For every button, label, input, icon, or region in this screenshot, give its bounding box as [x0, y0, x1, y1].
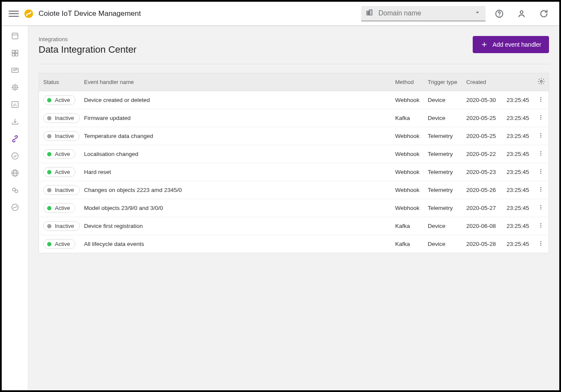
cell-method: Webhook [391, 199, 423, 217]
svg-point-27 [15, 190, 18, 193]
th-method[interactable]: Method [391, 73, 423, 91]
cell-trigger: Telemetry [423, 127, 462, 145]
row-menu-button[interactable] [533, 91, 549, 109]
table-row[interactable]: ActiveModel objects 23/9/0 and 3/0/0Webh… [39, 199, 549, 217]
sidebar-item-world[interactable] [2, 165, 28, 182]
cell-time: 23:25:45 [502, 145, 533, 163]
sidebar-item-analytics[interactable] [2, 96, 28, 113]
svg-point-49 [540, 207, 541, 208]
cell-time: 23:25:45 [502, 199, 533, 217]
svg-point-29 [540, 81, 543, 83]
add-button-label: Add event handler [492, 41, 541, 48]
th-settings[interactable] [533, 73, 549, 91]
sidebar-item-monitoring[interactable] [2, 62, 28, 79]
sidebar-item-devices[interactable] [2, 27, 28, 45]
status-dot-icon [47, 242, 51, 246]
account-button[interactable] [513, 5, 530, 22]
plus-icon [480, 41, 488, 48]
handlers-table: Status Event handler name Method Trigger… [39, 73, 549, 253]
status-badge: Active [43, 95, 75, 105]
row-menu-button[interactable] [533, 145, 549, 163]
status-label: Inactive [55, 223, 74, 229]
row-menu-button[interactable] [533, 217, 549, 235]
sidebar-item-admin[interactable] [2, 199, 28, 216]
th-status[interactable]: Status [39, 73, 80, 91]
cell-time: 23:25:45 [502, 217, 533, 235]
sidebar-item-tasks[interactable] [2, 147, 28, 165]
status-dot-icon [47, 134, 51, 138]
svg-point-3 [520, 11, 523, 13]
row-menu-button[interactable] [533, 199, 549, 217]
main-content: Integrations Data Integration Center Add… [28, 26, 559, 390]
status-label: Active [55, 169, 70, 175]
cell-time: 23:25:45 [502, 109, 533, 127]
menu-toggle[interactable] [9, 9, 19, 19]
status-badge: Inactive [43, 185, 80, 195]
row-menu-button[interactable] [533, 235, 549, 253]
svg-rect-6 [12, 50, 15, 53]
cell-name: Device first registration [80, 217, 391, 235]
cell-trigger: Telemetry [423, 163, 462, 181]
help-button[interactable] [491, 5, 508, 22]
row-menu-button[interactable] [533, 109, 549, 127]
status-dot-icon [47, 170, 51, 174]
sidebar-item-dashboard[interactable] [2, 45, 28, 62]
table-row[interactable]: ActiveHard resetWebhookTelemetry2020-05-… [39, 163, 549, 181]
cell-method: Webhook [391, 91, 423, 109]
cell-trigger: Device [423, 235, 462, 253]
svg-point-48 [540, 205, 541, 206]
svg-point-35 [540, 119, 541, 120]
svg-point-41 [540, 155, 541, 156]
more-vert-icon [537, 240, 544, 247]
svg-rect-11 [13, 85, 17, 90]
table-row[interactable]: ActiveDevice created or deletedWebhookDe… [39, 91, 549, 109]
svg-point-53 [540, 227, 541, 227]
th-trigger[interactable]: Trigger type [423, 73, 462, 91]
more-vert-icon [537, 132, 544, 139]
add-event-handler-button[interactable]: Add event handler [473, 36, 549, 53]
row-menu-button[interactable] [533, 163, 549, 181]
svg-point-47 [540, 191, 541, 192]
cell-method: Webhook [391, 181, 423, 199]
svg-point-31 [540, 99, 541, 100]
status-dot-icon [47, 206, 51, 210]
domain-select[interactable]: Domain name [361, 6, 486, 21]
table-row[interactable]: InactiveTemperature data changedWebhookT… [39, 127, 549, 145]
svg-rect-4 [12, 33, 18, 39]
refresh-button[interactable] [535, 5, 552, 22]
app-title: Coiote IoT Device Management [39, 9, 141, 18]
gear-icon [537, 78, 545, 85]
svg-point-52 [540, 225, 541, 226]
svg-point-12 [14, 87, 15, 88]
row-menu-button[interactable] [533, 127, 549, 145]
table-row[interactable]: InactiveFirmware updatedKafkaDevice2020-… [39, 109, 549, 127]
cell-date: 2020-05-25 [462, 109, 502, 127]
table-row[interactable]: InactiveDevice first registrationKafkaDe… [39, 217, 549, 235]
cell-trigger: Telemetry [423, 199, 462, 217]
sidebar-item-download[interactable] [2, 113, 28, 130]
svg-point-32 [540, 101, 541, 102]
cell-name: Hard reset [80, 163, 391, 181]
topbar: Coiote IoT Device Management Domain name [2, 2, 559, 26]
svg-point-36 [540, 133, 541, 134]
sidebar-item-integrations[interactable] [2, 130, 28, 147]
svg-point-43 [540, 171, 541, 172]
cell-name: Model objects 23/9/0 and 3/0/0 [80, 199, 391, 217]
building-icon [366, 9, 373, 18]
sidebar-item-firmware[interactable] [2, 79, 28, 96]
svg-point-42 [540, 169, 541, 170]
th-created[interactable]: Created [462, 73, 533, 91]
cell-time: 23:25:45 [502, 163, 533, 181]
table-row[interactable]: ActiveLocalisation changedWebhookTelemet… [39, 145, 549, 163]
sidebar-item-groups[interactable] [2, 182, 28, 199]
th-name[interactable]: Event handler name [80, 73, 391, 91]
table-row[interactable]: InactiveChanges on objects 2223 amd 2345… [39, 181, 549, 199]
row-menu-button[interactable] [533, 181, 549, 199]
table-row[interactable]: ActiveAll lifecycle data eventsKafkaDevi… [39, 235, 549, 253]
cell-time: 23:25:45 [502, 127, 533, 145]
cell-time: 23:25:45 [502, 181, 533, 199]
cell-date: 2020-05-23 [462, 163, 502, 181]
more-vert-icon [537, 186, 544, 193]
domain-select-label: Domain name [378, 9, 421, 17]
status-dot-icon [47, 188, 51, 192]
